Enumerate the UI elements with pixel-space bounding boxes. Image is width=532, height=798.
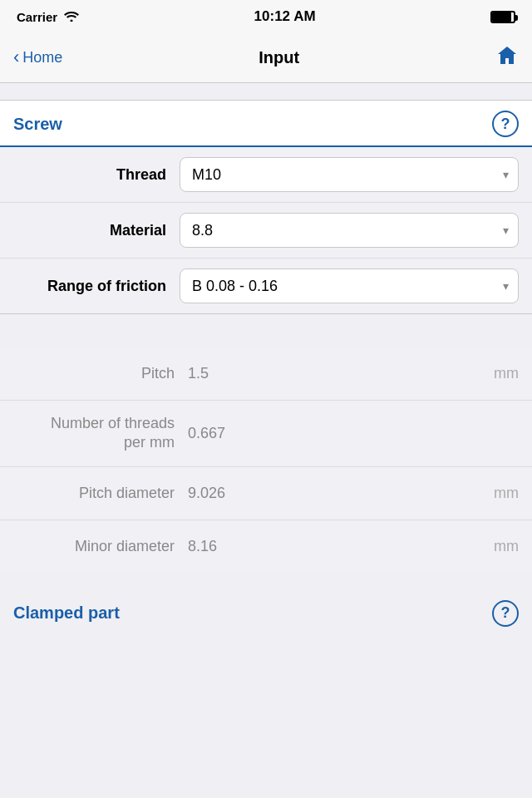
thread-select-wrapper: M6 M8 M10 M12 M16 ▾	[180, 157, 519, 192]
screw-help-button[interactable]: ?	[492, 111, 519, 137]
screw-section-title: Screw	[13, 115, 62, 134]
clamped-help-button[interactable]: ?	[492, 600, 519, 627]
screw-help-label: ?	[501, 116, 510, 133]
threads-per-mm-label: Number of threads per mm	[13, 414, 188, 453]
friction-select-wrapper: A 0.04 - 0.08 B 0.08 - 0.16 C 0.16 - 0.2…	[180, 268, 519, 303]
material-row: Material 8.8 10.9 12.9 ▾	[0, 203, 532, 259]
pitch-label: Pitch	[13, 364, 188, 383]
thread-label: Thread	[13, 166, 180, 184]
separator-bottom	[0, 574, 532, 590]
back-chevron-icon: ‹	[13, 48, 19, 66]
friction-select[interactable]: A 0.04 - 0.08 B 0.08 - 0.16 C 0.16 - 0.2…	[180, 268, 519, 303]
threads-per-mm-row: Number of threads per mm 0.667	[0, 401, 532, 467]
screw-section-header: Screw ?	[0, 101, 532, 147]
minor-diameter-row: Minor diameter 8.16 mm	[0, 520, 532, 574]
pitch-diameter-row: Pitch diameter 9.026 mm	[0, 467, 532, 520]
carrier-label: Carrier	[17, 10, 57, 24]
pitch-unit: mm	[477, 365, 519, 382]
home-button[interactable]	[495, 44, 519, 72]
wifi-icon	[64, 10, 79, 24]
pitch-value: 1.5	[188, 365, 477, 382]
separator-top	[0, 83, 532, 100]
page-title: Input	[259, 48, 299, 67]
screw-section: Screw ? Thread M6 M8 M10 M12 M16 ▾ Mater…	[0, 100, 532, 314]
material-select[interactable]: 8.8 10.9 12.9	[180, 213, 519, 248]
material-label: Material	[13, 222, 180, 239]
clamped-section-header: Clamped part ?	[0, 590, 532, 635]
status-bar: Carrier 10:12 AM	[0, 0, 532, 33]
back-label: Home	[22, 49, 62, 66]
material-select-wrapper: 8.8 10.9 12.9 ▾	[180, 213, 519, 248]
minor-diameter-unit: mm	[477, 538, 519, 555]
separator-middle	[0, 314, 532, 331]
back-button[interactable]: ‹ Home	[13, 49, 62, 66]
threads-per-mm-value: 0.667	[188, 425, 477, 442]
thread-row: Thread M6 M8 M10 M12 M16 ▾	[0, 147, 532, 203]
battery-icon	[490, 11, 515, 23]
minor-diameter-label: Minor diameter	[13, 537, 188, 556]
clamped-help-label: ?	[501, 604, 510, 622]
time-label: 10:12 AM	[254, 8, 316, 25]
computed-section: Pitch 1.5 mm Number of threads per mm 0.…	[0, 347, 532, 574]
pitch-row: Pitch 1.5 mm	[0, 347, 532, 401]
minor-diameter-value: 8.16	[188, 538, 477, 555]
pitch-diameter-unit: mm	[477, 485, 519, 502]
friction-label: Range of friction	[13, 278, 180, 295]
clamped-section-title: Clamped part	[13, 603, 120, 623]
pitch-diameter-label: Pitch diameter	[13, 484, 188, 503]
nav-bar: ‹ Home Input	[0, 33, 532, 83]
thread-select[interactable]: M6 M8 M10 M12 M16	[180, 157, 519, 192]
pitch-diameter-value: 9.026	[188, 485, 477, 502]
friction-row: Range of friction A 0.04 - 0.08 B 0.08 -…	[0, 259, 532, 313]
